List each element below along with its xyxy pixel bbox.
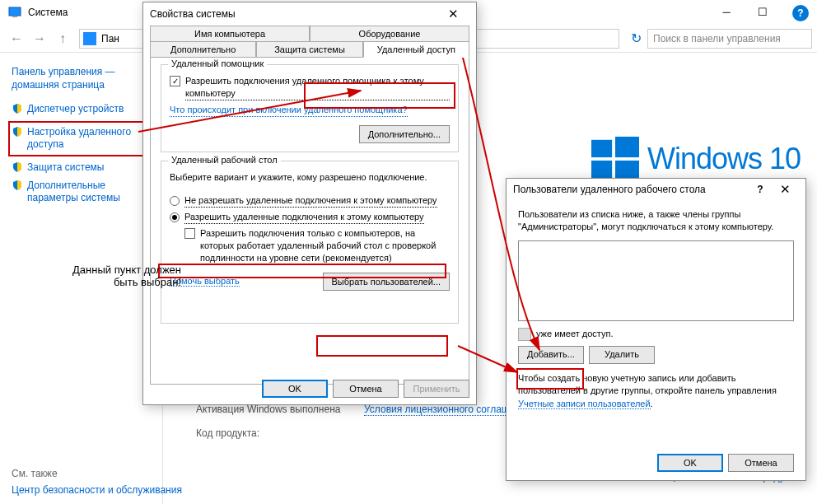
add-user-button[interactable]: Добавить...	[518, 346, 584, 364]
current-user-access: уже имеет доступ.	[518, 328, 794, 341]
remote-assistance-group: Удаленный помощник ✓ Разрешить подключен…	[161, 64, 459, 152]
ra-advanced-button[interactable]: Дополнительно...	[359, 125, 450, 143]
deny-remote-radio[interactable]: Не разрешать удаленные подключения к это…	[170, 194, 450, 208]
dialog-titlebar: Пользователи удаленного рабочего стола ?…	[507, 179, 805, 200]
apply-button[interactable]: Применить	[404, 380, 469, 398]
select-users-button[interactable]: Выбрать пользователей...	[323, 273, 451, 291]
maximize-button[interactable]: ☐	[745, 0, 781, 25]
shield-icon	[12, 126, 23, 138]
shield-icon	[12, 103, 23, 114]
tab-computer-name[interactable]: Имя компьютера	[150, 26, 310, 42]
ok-button[interactable]: OK	[262, 380, 328, 398]
monitor-icon	[83, 32, 96, 45]
cancel-button[interactable]: Отмена	[728, 454, 794, 472]
up-button[interactable]: ↑	[51, 27, 74, 50]
sidebar-item-advanced-settings[interactable]: Дополнительные параметры системы	[12, 180, 157, 205]
ok-button[interactable]: OK	[657, 454, 723, 472]
user-icon	[518, 328, 531, 341]
allow-remote-radio[interactable]: Разрешить удаленные подключения к этому …	[170, 211, 450, 224]
user-accounts-link[interactable]: Учетные записи пользователей	[518, 399, 651, 409]
sidebar-item-remote-settings[interactable]: Настройка удаленного доступа	[12, 126, 156, 152]
remote-users-dialog: Пользователи удаленного рабочего стола ?…	[506, 178, 806, 481]
tab-remote[interactable]: Удаленный доступ	[363, 41, 469, 58]
shield-icon	[12, 161, 23, 173]
tab-advanced[interactable]: Дополнительно	[150, 41, 256, 58]
windows-icon	[591, 135, 639, 183]
checkbox-icon	[184, 228, 195, 239]
remove-user-button[interactable]: Удалить	[589, 346, 655, 364]
sidebar-footer: См. также Центр безопасности и обслужива…	[12, 468, 182, 496]
minimize-button[interactable]: ─	[708, 0, 745, 25]
svg-rect-2	[591, 140, 612, 157]
radio-icon	[170, 212, 180, 222]
system-properties-dialog: Свойства системы ✕ Имя компьютера Оборуд…	[142, 2, 477, 405]
help-icon[interactable]: ?	[792, 5, 809, 21]
ra-help-link[interactable]: Что происходит при включении удаленного …	[170, 104, 408, 117]
close-button[interactable]: ✕	[771, 182, 799, 197]
security-center-link[interactable]: Центр безопасности и обслуживания	[12, 484, 182, 496]
svg-rect-3	[615, 137, 639, 157]
svg-rect-0	[9, 7, 21, 16]
svg-rect-4	[591, 161, 612, 178]
svg-rect-1	[12, 16, 17, 17]
users-listbox[interactable]	[518, 240, 794, 321]
rdu-description: Пользователи из списка ниже, а также чле…	[518, 208, 794, 234]
shield-icon	[12, 180, 23, 191]
sidebar-item-device-manager[interactable]: Диспетчер устройств	[12, 103, 157, 116]
tab-protection[interactable]: Защита системы	[256, 41, 362, 58]
cp-home-link[interactable]: Панель управления — домашняя страница	[12, 66, 157, 91]
close-button[interactable]: ✕	[437, 7, 469, 21]
tab-hardware[interactable]: Оборудование	[310, 26, 469, 42]
search-input[interactable]: Поиск в панели управления	[647, 29, 812, 49]
remote-desktop-group: Удаленный рабочий стол Выберите вариант …	[161, 161, 459, 324]
help-button[interactable]: ?	[749, 184, 771, 195]
tab-strip: Имя компьютера Оборудование Дополнительн…	[150, 26, 469, 57]
cancel-button[interactable]: Отмена	[333, 380, 399, 398]
annotation-text: Данный пункт должен быть выбран!	[49, 264, 181, 288]
system-icon	[8, 6, 21, 19]
dialog-titlebar: Свойства системы ✕	[143, 2, 476, 26]
sidebar-item-system-protection[interactable]: Защита системы	[12, 161, 157, 175]
back-button[interactable]: ←	[5, 27, 28, 50]
rdu-note: Чтобы создать новую учетную запись или д…	[518, 372, 794, 410]
breadcrumb: Пан	[101, 33, 119, 44]
radio-icon	[170, 196, 180, 206]
refresh-button[interactable]: ↻	[624, 27, 647, 50]
checkbox-icon: ✓	[170, 76, 180, 86]
allow-remote-assistance-checkbox[interactable]: ✓ Разрешить подключения удаленного помощ…	[170, 75, 450, 100]
windows-10-logo: Windows 10	[591, 135, 801, 183]
forward-button[interactable]: →	[28, 27, 51, 50]
nla-checkbox[interactable]: Разрешить подключения только с компьютер…	[184, 227, 450, 264]
